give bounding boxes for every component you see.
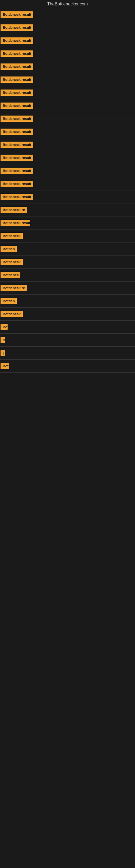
bottleneck-result-label: Bottleneck re [1,285,27,291]
separator [0,21,135,21]
bottleneck-result-label: Bottleneck result [1,51,33,57]
bottleneck-result-label: Bottleneck [1,233,23,239]
bottleneck-result-label: Bottleneck result [1,181,33,187]
list-item: Bottleneck result [0,22,135,33]
site-title: TheBottlenecker.com [0,0,135,8]
bottleneck-result-label: Bottleneck [1,259,23,265]
list-item: Bottleneck result [0,113,135,124]
separator [0,86,135,86]
bottleneck-result-label: Bottleneck result [1,24,33,31]
separator [0,346,135,347]
separator [0,229,135,229]
separator [0,307,135,308]
list-item: Bottleneck result [0,87,135,98]
list-item: Bottleneck result [0,152,135,163]
list-item: Bottleneck result [0,191,135,203]
bottleneck-result-label: Bottleneck result [1,102,33,109]
list-item: Bottleneck re [0,204,135,216]
separator [0,112,135,112]
bottleneck-result-label: Bot [1,363,9,369]
separator [0,138,135,138]
separator [0,151,135,151]
list-item: Bottlen [0,295,135,307]
bottleneck-result-label: Bottlen [1,298,17,304]
list-item: Bottleneck result [0,74,135,86]
list-item: Bot [0,360,135,372]
bottleneck-result-label: Bottleneck result [1,37,33,44]
separator [0,47,135,47]
bottleneck-result-label: Bottleneck result [1,76,33,83]
bottleneck-result-label: Bottleneck result [1,194,33,200]
bottleneck-result-label: B [1,337,5,343]
bottleneck-result-label: Bottleneck re [1,207,27,213]
separator [0,203,135,204]
list-item: Bottlen [0,243,135,255]
list-item: Bottleneck result [0,165,135,177]
separator [0,281,135,282]
bottleneck-result-label: Bottleneck [1,311,23,317]
list-item: | [0,347,135,359]
separator [0,164,135,164]
list-item: B [0,334,135,346]
bottleneck-result-label: Bottleneck result [1,167,33,174]
separator [0,99,135,99]
separator [0,60,135,60]
separator [0,372,135,373]
bottleneck-result-label: Bottleneck result [1,142,33,148]
bottleneck-result-label: Bo [1,324,8,330]
list-item: Bottleneck re [0,282,135,294]
site-title-bar: TheBottlenecker.com [0,0,135,8]
list-item: Bottleneck [0,256,135,268]
list-item: Bottleneck result [0,9,135,20]
bottleneck-result-label: | [1,350,5,356]
list-item: Bottleneck result [0,35,135,46]
list-item: Bottleneck [0,308,135,320]
bottleneck-result-label: Bottlenec [1,272,20,278]
separator [0,242,135,243]
bottleneck-result-label: Bottleneck result [1,116,33,122]
list-item: Bottleneck result [0,61,135,72]
list-item: Bottleneck result [0,139,135,151]
list-item: Bottleneck [0,230,135,242]
separator [0,333,135,334]
bottleneck-result-label: Bottleneck resul [1,220,30,226]
separator [0,190,135,190]
bottleneck-result-label: Bottleneck result [1,129,33,135]
separator [0,125,135,125]
bottleneck-result-label: Bottleneck result [1,90,33,96]
list-item: Bottlenec [0,269,135,281]
separator [0,268,135,269]
list-item: Bo [0,321,135,333]
list-item: Bottleneck result [0,178,135,190]
list-item: Bottleneck resul [0,217,135,229]
list-item: Bottleneck result [0,100,135,112]
bottleneck-result-label: Bottleneck result [1,11,33,18]
separator [0,320,135,321]
bottleneck-result-label: Bottleneck result [1,63,33,70]
bottleneck-result-label: Bottlen [1,246,17,252]
list-item: Bottleneck result [0,48,135,59]
bottleneck-list: Bottleneck resultBottleneck resultBottle… [0,8,135,536]
bottleneck-result-label: Bottleneck result [1,155,33,161]
separator [0,294,135,294]
list-item: Bottleneck result [0,126,135,137]
